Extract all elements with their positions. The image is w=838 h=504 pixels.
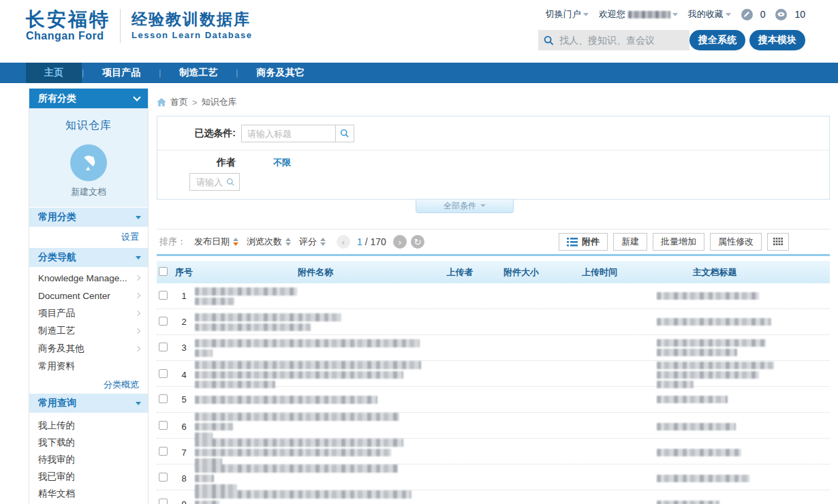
redacted-block	[195, 396, 377, 404]
redacted-block	[195, 313, 341, 321]
row-checkbox[interactable]	[159, 447, 168, 456]
sidebar-item-label: Knowledge Manage...	[38, 273, 127, 283]
sort-arrows-icon	[233, 238, 238, 246]
welcome-user-dropdown[interactable]: 欢迎您	[599, 8, 678, 20]
settings-link[interactable]: 设置	[121, 231, 139, 243]
list-view-icon	[567, 238, 578, 247]
sidebar-common-categories-header[interactable]: 常用分类	[29, 208, 148, 227]
sidebar-query-item[interactable]: 我下载的	[29, 434, 148, 451]
title-search-button[interactable]	[335, 125, 354, 142]
attachment-name-redacted[interactable]	[195, 464, 436, 492]
nav-tab-1[interactable]: 主页	[26, 63, 82, 83]
row-checkbox[interactable]	[159, 369, 168, 378]
refresh-button[interactable]: ↻	[411, 235, 424, 249]
attachment-name-redacted[interactable]	[195, 439, 436, 466]
row-checkbox[interactable]	[159, 421, 168, 430]
search-all-system-button[interactable]: 搜全系统	[689, 30, 745, 50]
page-indicator: 1 / 170	[357, 236, 386, 247]
sort-asc-icon	[285, 238, 291, 241]
sort-toolbar: 排序： 发布日期浏览次数评分 ‹ 1 / 170 › ↻ 附件 新建 批量增加 …	[157, 229, 830, 254]
search-input[interactable]	[558, 34, 683, 46]
row-checkbox[interactable]	[159, 394, 168, 403]
title-search-input[interactable]	[241, 125, 335, 142]
prev-page-button[interactable]: ‹	[337, 235, 350, 249]
sidebar-all-categories-header[interactable]: 所有分类	[29, 89, 148, 108]
category-overview-row: 分类概览	[29, 377, 148, 393]
sidebar-item[interactable]: Knowledge Manage...	[29, 269, 148, 287]
chevron-down-icon	[136, 216, 141, 219]
sidebar-item[interactable]: 制造工艺	[29, 322, 148, 340]
row-checkbox[interactable]	[159, 291, 168, 300]
main-doc-title-redacted	[640, 292, 830, 300]
sidebar-query-item[interactable]: 我上传的	[29, 417, 148, 434]
attachment-name-redacted[interactable]	[195, 490, 436, 504]
nav-tab-3[interactable]: 制造工艺	[161, 63, 236, 83]
sidebar-query-item[interactable]: 我已审的	[29, 468, 148, 485]
app-title: 经验教训数据库 Lesson Learn Database	[131, 10, 252, 42]
attachment-name-redacted[interactable]	[195, 339, 436, 357]
sort-arrows-icon	[320, 238, 326, 246]
author-input[interactable]	[195, 176, 226, 188]
select-all-checkbox[interactable]	[159, 267, 168, 276]
row-checkbox[interactable]	[159, 343, 168, 351]
breadcrumb-separator: >	[192, 97, 198, 108]
chevron-down-icon	[133, 93, 140, 101]
nav-tab-4[interactable]: 商务及其它	[238, 63, 322, 83]
next-page-button[interactable]: ›	[393, 235, 407, 249]
username-redacted	[628, 11, 670, 18]
category-overview-link[interactable]: 分类概览	[104, 379, 139, 391]
attachment-name-redacted[interactable]	[195, 287, 436, 305]
chevron-right-icon	[135, 293, 140, 298]
row-checkbox[interactable]	[159, 317, 168, 326]
switch-portal-dropdown[interactable]: 切换门户	[546, 8, 589, 20]
attachment-name-redacted[interactable]	[195, 361, 436, 388]
sidebar-category-nav-header[interactable]: 分类导航	[29, 248, 148, 267]
col-header-uploader: 上传者	[436, 266, 484, 279]
all-conditions-toggle[interactable]: 全部条件	[416, 199, 514, 213]
redacted-block	[195, 449, 391, 456]
attachment-name-redacted[interactable]	[195, 313, 436, 331]
redacted-block	[657, 449, 741, 456]
attachment-name-redacted[interactable]	[195, 413, 436, 440]
sidebar-item[interactable]: Document Center	[29, 287, 148, 304]
sidebar-item[interactable]: 常用资料	[29, 358, 148, 375]
favorites-label: 我的收藏	[688, 8, 724, 20]
col-header-main-doc-title: 主文档标题	[640, 266, 830, 279]
sort-field-1[interactable]: 发布日期	[194, 236, 238, 248]
sidebar-common-queries-header[interactable]: 常用查询	[29, 394, 148, 413]
row-checkbox[interactable]	[159, 473, 168, 482]
sidebar-item-label: 商务及其他	[38, 343, 84, 355]
sidebar: 所有分类 知识仓库 新建文档 常用分类 设置 分类导航 Knowledge Ma…	[29, 89, 149, 504]
redacted-block	[657, 381, 694, 388]
modify-attributes-button[interactable]: 属性修改	[710, 233, 762, 251]
search-this-module-button[interactable]: 搜本模块	[749, 30, 805, 50]
sort-field-3[interactable]: 评分	[299, 236, 326, 248]
breadcrumb-home[interactable]: 首页	[170, 96, 188, 108]
sidebar-query-item[interactable]: 待我审的	[29, 451, 148, 468]
edit-count-badge[interactable]	[741, 9, 753, 20]
redacted-block	[195, 501, 219, 504]
new-document-button[interactable]	[70, 144, 107, 181]
filter-panel: 已选条件: 作者 不限	[157, 116, 830, 200]
sidebar-query-item[interactable]: 精华文档	[29, 485, 148, 502]
sort-field-2[interactable]: 浏览次数	[247, 236, 291, 248]
author-unlimited-link[interactable]: 不限	[273, 157, 291, 169]
main-doc-title-redacted	[640, 318, 830, 326]
app-title-cn: 经验教训数据库	[131, 10, 252, 29]
sidebar-item[interactable]: 项目产品	[29, 304, 148, 322]
row-checkbox[interactable]	[159, 499, 168, 504]
new-button[interactable]: 新建	[613, 233, 647, 251]
search-box[interactable]	[538, 30, 689, 50]
sidebar-item[interactable]: 商务及其他	[29, 340, 148, 358]
attachment-name-redacted[interactable]	[195, 396, 436, 404]
table-row: 2	[157, 309, 830, 335]
nav-tab-2[interactable]: 项目产品	[84, 63, 159, 83]
page-separator: /	[365, 236, 368, 247]
search-icon[interactable]	[226, 178, 235, 187]
batch-add-button[interactable]: 批量增加	[653, 233, 704, 251]
favorites-dropdown[interactable]: 我的收藏	[688, 8, 731, 20]
grid-view-button[interactable]	[767, 233, 789, 251]
row-checkbox-cell	[157, 498, 173, 504]
attachment-view-button[interactable]: 附件	[559, 233, 608, 251]
view-count-badge[interactable]	[775, 9, 787, 20]
